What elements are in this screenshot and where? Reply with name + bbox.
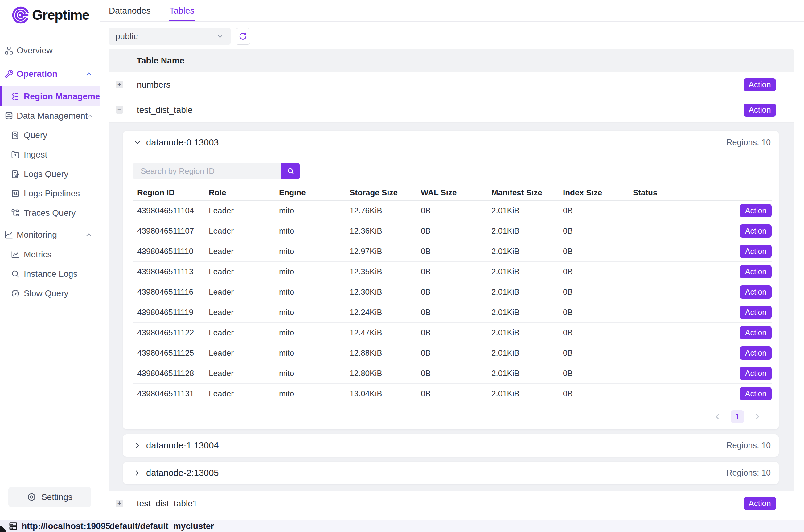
cell-index-size: 0B: [563, 389, 633, 399]
regions-count: Regions: 10: [726, 441, 771, 450]
cell-wal-size: 0B: [421, 247, 492, 256]
server-url[interactable]: http://localhost:19095: [22, 521, 110, 531]
settings-button[interactable]: Settings: [8, 487, 91, 507]
table-action-button[interactable]: Action: [744, 103, 776, 116]
cell-manifest-size: 2.01KiB: [492, 369, 563, 378]
cell-index-size: 0B: [563, 308, 633, 317]
tab-datanodes[interactable]: Datanodes: [109, 0, 150, 21]
cluster-name[interactable]: default/default_mycluster: [110, 521, 214, 531]
chevron-down-icon[interactable]: [133, 138, 141, 147]
column-header: Storage Size: [350, 188, 421, 197]
region-action-button[interactable]: Action: [740, 265, 772, 278]
tab-tables[interactable]: Tables: [169, 0, 194, 21]
datanode-card-collapsed[interactable]: datanode-2:13005 Regions: 10: [123, 462, 779, 484]
datanode-title: datanode-2:13005: [146, 468, 218, 478]
column-header: Region ID: [133, 188, 209, 197]
cell-index-size: 0B: [563, 206, 633, 215]
chevron-up-icon[interactable]: [85, 231, 93, 239]
sidebar-item-overview[interactable]: Overview: [0, 41, 100, 60]
region-action-button[interactable]: Action: [740, 285, 772, 299]
chevron-up-icon[interactable]: [88, 112, 93, 120]
cell-wal-size: 0B: [421, 287, 492, 297]
region-action-button[interactable]: Action: [740, 204, 772, 217]
region-row: 4398046511128 Leader mito 12.80KiB 0B 2.…: [133, 363, 772, 384]
pagination-page-1[interactable]: 1: [731, 410, 744, 423]
sidebar-item-data-management[interactable]: Data Management: [0, 106, 100, 126]
gear-icon: [27, 492, 36, 502]
expand-plus-button[interactable]: +: [116, 500, 123, 507]
cell-wal-size: 0B: [421, 267, 492, 277]
cell-region-id: 4398046511113: [133, 267, 209, 277]
cell-region-id: 4398046511122: [133, 328, 209, 338]
region-action-button[interactable]: Action: [740, 346, 772, 360]
cell-engine: mito: [279, 389, 350, 399]
cell-storage-size: 12.24KiB: [350, 308, 421, 317]
sidebar-item-monitoring[interactable]: Monitoring: [0, 225, 100, 245]
database-icon: [4, 111, 14, 120]
cell-engine: mito: [279, 226, 350, 236]
pagination-next-icon[interactable]: [753, 413, 762, 421]
table-name-header-label: Table Name: [137, 56, 184, 66]
chevron-right-icon[interactable]: [133, 469, 141, 477]
sidebar-item-label: Logs Pipelines: [24, 189, 93, 198]
sidebar-item-slow-query[interactable]: Slow Query: [0, 284, 100, 303]
sidebar-item-query[interactable]: Query: [0, 126, 100, 145]
region-action-button[interactable]: Action: [740, 326, 772, 339]
sidebar-item-instance-logs[interactable]: Instance Logs: [0, 264, 100, 284]
server-icon: [8, 521, 18, 531]
refresh-button[interactable]: [235, 28, 250, 45]
region-search-input[interactable]: [133, 163, 282, 179]
datanode-card-collapsed[interactable]: datanode-1:13004 Regions: 10: [123, 434, 779, 457]
sitemap-icon: [4, 46, 14, 55]
sidebar-item-logs-query[interactable]: Logs Query: [0, 164, 100, 184]
region-action-button[interactable]: Action: [740, 245, 772, 258]
cell-manifest-size: 2.01KiB: [492, 328, 563, 338]
cell-role: Leader: [209, 369, 279, 378]
cell-storage-size: 13.04KiB: [350, 389, 421, 399]
cell-storage-size: 12.97KiB: [350, 247, 421, 256]
sidebar-item-logs-pipelines[interactable]: Logs Pipelines: [0, 184, 100, 203]
region-row: 4398046511131 Leader mito 13.04KiB 0B 2.…: [133, 384, 772, 404]
sidebar-item-label: Query: [24, 130, 93, 140]
table-action-button[interactable]: Action: [744, 78, 776, 91]
regions-count: Regions: 10: [726, 138, 771, 147]
column-header: Status: [633, 188, 722, 197]
cell-manifest-size: 2.01KiB: [492, 348, 563, 358]
sidebar-item-label: Overview: [17, 45, 93, 56]
cell-region-id: 4398046511116: [133, 287, 209, 297]
table-row: + numbers Action: [109, 72, 794, 97]
region-row: 4398046511122 Leader mito 12.47KiB 0B 2.…: [133, 323, 772, 343]
status-bar: http://localhost:19095 default/default_m…: [0, 520, 804, 532]
datanode-card-header[interactable]: datanode-0:13003 Regions: 10: [123, 131, 779, 154]
pagination-prev-icon[interactable]: [713, 413, 722, 421]
sidebar-item-label: Ingest: [24, 150, 93, 160]
cell-index-size: 0B: [563, 226, 633, 236]
region-table-body: 4398046511104 Leader mito 12.76KiB 0B 2.…: [133, 201, 772, 404]
sidebar-item-label: Operation: [17, 69, 85, 79]
region-search-button[interactable]: [282, 163, 300, 179]
sidebar-item-ingest[interactable]: Ingest: [0, 145, 100, 164]
table-action-button[interactable]: Action: [744, 497, 776, 510]
cell-engine: mito: [279, 308, 350, 317]
region-action-button[interactable]: Action: [740, 367, 772, 380]
chevron-up-icon[interactable]: [85, 70, 93, 78]
sidebar-item-metrics[interactable]: Metrics: [0, 245, 100, 264]
cell-index-size: 0B: [563, 328, 633, 338]
chevron-right-icon[interactable]: [133, 441, 141, 450]
logo-text: Greptime: [32, 7, 90, 23]
region-action-button[interactable]: Action: [740, 387, 772, 400]
schema-select[interactable]: public: [109, 28, 231, 45]
region-action-button[interactable]: Action: [740, 306, 772, 319]
sidebar-item-region-management[interactable]: Region Management: [0, 86, 100, 106]
collapse-minus-button[interactable]: −: [116, 106, 123, 114]
expand-plus-button[interactable]: +: [116, 81, 123, 89]
datanode-title: datanode-1:13004: [146, 440, 218, 451]
sidebar-item-operation[interactable]: Operation: [0, 64, 100, 84]
sidebar-item-traces-query[interactable]: Traces Query: [0, 203, 100, 223]
cell-index-size: 0B: [563, 267, 633, 277]
column-header: Engine: [279, 188, 350, 197]
cell-manifest-size: 2.01KiB: [492, 287, 563, 297]
region-action-button[interactable]: Action: [740, 224, 772, 238]
search-icon: [287, 167, 295, 175]
cell-wal-size: 0B: [421, 308, 492, 317]
